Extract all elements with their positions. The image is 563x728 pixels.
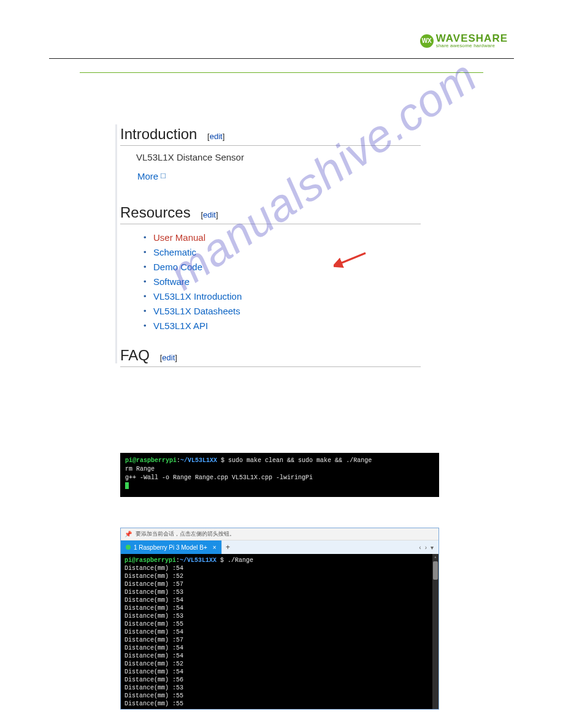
resources-heading-text: Resources [120, 204, 191, 221]
t1-userhost: pi@raspberrypi [125, 457, 177, 464]
terminal-make: pi@raspberrypi:~/VL53L1XX $ sudo make cl… [120, 453, 439, 497]
resources-heading: Resources [edit] [120, 199, 421, 221]
intro-edit-link[interactable]: [edit] [201, 132, 224, 141]
t2-prompt: $ [220, 557, 224, 564]
svg-line-0 [339, 253, 366, 264]
toolbar-hint: 要添加当前会话，点击左侧的箭头按钮。 [136, 530, 235, 538]
wiki-content: Introduction [edit] VL53L1X Distance Sen… [120, 121, 421, 367]
status-dot-icon [126, 545, 131, 550]
logo-main: WAVESHARE [436, 33, 508, 44]
faq-heading: FAQ [edit] [120, 342, 421, 364]
scroll-thumb[interactable] [433, 561, 438, 580]
header-divider-black [49, 58, 514, 59]
resource-software[interactable]: Software [153, 275, 421, 289]
document-page: manualshive.com WX WAVESHARE share aweso… [0, 0, 563, 728]
t1-line2: rm Range [125, 466, 155, 472]
logo-sub: share awesome hardware [436, 44, 508, 48]
nav-right-icon[interactable]: › [425, 544, 427, 551]
more-link[interactable]: More ☐ [137, 171, 166, 181]
tab-title: 1 Raspberry Pi 3 Model B+ [134, 544, 207, 551]
nav-left-icon[interactable]: ‹ [419, 544, 421, 551]
logo-row: WX WAVESHARE share awesome hardware [49, 33, 514, 48]
intro-heading: Introduction [edit] [120, 121, 421, 143]
intro-subtitle: VL53L1X Distance Sensor [136, 152, 421, 162]
terminal-window: 📌 要添加当前会话，点击左侧的箭头按钮。 1 Raspberry Pi 3 Mo… [120, 528, 439, 710]
intro-heading-text: Introduction [120, 126, 197, 142]
more-label: More [137, 171, 158, 181]
logo-text: WAVESHARE share awesome hardware [436, 33, 508, 48]
t2-userhost: pi@raspberrypi [124, 557, 176, 564]
pin-icon[interactable]: 📌 [124, 531, 132, 537]
tabbar-controls: ‹ › ▾ [414, 540, 439, 554]
scroll-up-icon[interactable]: ▴ [432, 554, 439, 560]
terminal-toolbar: 📌 要添加当前会话，点击左侧的箭头按钮。 [121, 528, 439, 540]
t1-path: ~/VL53L1XX [180, 457, 217, 464]
waveshare-logo: WX WAVESHARE share awesome hardware [420, 33, 508, 48]
intro-section: Introduction [edit] VL53L1X Distance Sen… [120, 121, 421, 182]
t1-prompt: $ [221, 457, 224, 464]
terminal-body[interactable]: pi@raspberrypi:~/VL53L1XX $ ./Range Dist… [121, 554, 439, 709]
resources-divider [120, 224, 421, 224]
wiki-left-border [115, 124, 117, 363]
scrollbar[interactable]: ▴ [432, 554, 439, 709]
resource-user-manual[interactable]: User Manual [153, 230, 421, 245]
t2-path: ~/VL53L1XX [180, 557, 216, 564]
resource-vl53l1x-intro[interactable]: VL53L1X Introduction [153, 289, 421, 304]
resources-edit-link[interactable]: [edit] [194, 210, 218, 219]
tab-close-icon[interactable]: × [210, 544, 216, 551]
cursor-icon [125, 482, 129, 489]
terminal-tab-active[interactable]: 1 Raspberry Pi 3 Model B+ × [121, 540, 221, 554]
t1-line3: g++ -Wall -o Range Range.cpp VL53L1X.cpp… [125, 474, 313, 481]
external-link-icon: ☐ [160, 172, 166, 180]
header-divider-green [80, 72, 483, 73]
faq-section: FAQ [edit] [120, 342, 421, 367]
faq-edit-link[interactable]: [edit] [154, 353, 177, 362]
t1-cmd: sudo make clean && sudo make && ./Range [228, 457, 372, 464]
faq-heading-text: FAQ [120, 347, 150, 363]
resource-schematic[interactable]: Schematic [153, 245, 421, 260]
resource-vl53l1x-datasheets[interactable]: VL53L1X Datasheets [153, 304, 421, 319]
menu-dropdown-icon[interactable]: ▾ [431, 544, 434, 551]
resource-vl53l1x-api[interactable]: VL53L1X API [153, 319, 421, 333]
resources-section: Resources [edit] User Manual Schematic D… [120, 199, 421, 333]
resource-demo-code[interactable]: Demo Code [153, 260, 421, 275]
distance-output: Distance(mm) :54 Distance(mm) :52 Distan… [124, 565, 183, 707]
add-tab-button[interactable]: + [221, 540, 234, 554]
tabbar-spacer [234, 540, 415, 554]
t2-cmd: ./Range [228, 557, 253, 564]
page-header: WX WAVESHARE share awesome hardware [0, 0, 563, 55]
intro-divider [120, 145, 421, 146]
logo-badge-icon: WX [420, 34, 434, 48]
faq-divider [120, 366, 421, 367]
resources-list: User Manual Schematic Demo Code Software… [120, 230, 421, 333]
arrow-annotation [334, 249, 370, 270]
terminal-tabbar: 1 Raspberry Pi 3 Model B+ × + ‹ › ▾ [121, 540, 439, 554]
